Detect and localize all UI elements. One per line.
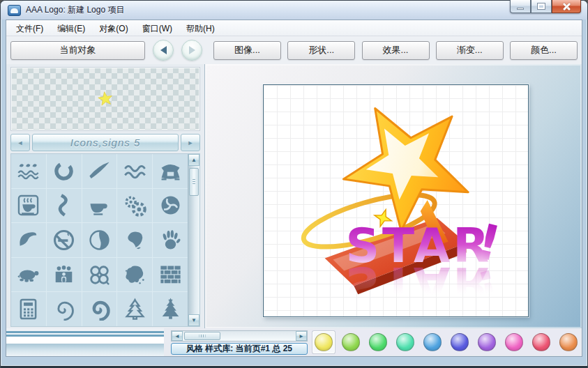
library-icon-s-curve[interactable] xyxy=(47,189,82,223)
window-controls xyxy=(510,0,581,13)
current-object-button[interactable]: 当前对象 xyxy=(10,41,145,60)
ring-icon xyxy=(52,160,75,183)
color-dot xyxy=(423,333,442,351)
menu-item-window[interactable]: 窗口(W) xyxy=(135,20,179,36)
library-icon-pine-outline[interactable] xyxy=(117,292,152,326)
palette-swatch-5[interactable] xyxy=(448,331,471,353)
library-icon-ring[interactable] xyxy=(47,154,82,188)
arrow-right-icon xyxy=(189,46,195,54)
palette-swatch-1[interactable] xyxy=(340,331,362,353)
palette-swatch-3[interactable] xyxy=(394,331,416,353)
handprint-icon xyxy=(159,229,182,252)
scroll-up-button[interactable]: ▲ xyxy=(188,154,199,166)
spiral-icon xyxy=(52,298,75,321)
prev-object-button[interactable] xyxy=(153,40,174,61)
library-icon-comma-wave[interactable] xyxy=(11,223,46,257)
no-smoking-icon xyxy=(52,229,75,252)
library-icon-calculator[interactable] xyxy=(11,292,46,326)
palette-swatch-4[interactable] xyxy=(421,331,444,353)
style-status: 风格 样式库: 当前页#1 总 25 xyxy=(171,343,308,355)
library-icon-pine-solid[interactable] xyxy=(153,292,188,326)
menu-item-help[interactable]: 帮助(H) xyxy=(179,20,222,36)
teacup-icon xyxy=(88,194,111,217)
bottom-bar: ◄ ► 风格 样式库: 当前页#1 总 25 xyxy=(6,328,582,356)
library-icon-coffee-sign[interactable] xyxy=(11,189,46,223)
color-dot xyxy=(478,333,496,351)
color-dot xyxy=(532,333,550,351)
spiral-bold-icon xyxy=(88,298,111,321)
window-title: AAA Logo: 新建 Logo 项目 xyxy=(26,4,124,16)
category-name[interactable]: Icons,signs 5 xyxy=(32,134,179,151)
library-icon-brick-wall[interactable] xyxy=(153,258,188,292)
palette-swatch-9[interactable] xyxy=(557,331,580,353)
icon-library: ▲ ▼ xyxy=(10,153,200,327)
style-scrollbar[interactable]: ◄ ► xyxy=(171,330,308,342)
library-icon-waves[interactable] xyxy=(117,154,152,188)
image-button[interactable]: 图像... xyxy=(213,41,281,60)
brick-wall-icon xyxy=(159,263,182,286)
content-area: ◄ Icons,signs 5 ► ▲ ▼ xyxy=(6,64,582,328)
maximize-button[interactable] xyxy=(531,0,552,13)
next-object-button[interactable] xyxy=(181,40,202,61)
library-icon-teacup[interactable] xyxy=(82,189,117,223)
page-right-button[interactable]: ► xyxy=(296,331,307,341)
library-icon-splatter[interactable] xyxy=(117,258,152,292)
palette-swatch-6[interactable] xyxy=(476,331,498,353)
shape-button[interactable]: 形状... xyxy=(287,41,355,60)
library-icon-turtle[interactable] xyxy=(11,258,46,292)
object-preview[interactable] xyxy=(10,67,200,131)
palette-swatch-7[interactable] xyxy=(503,331,525,353)
menu-item-edit[interactable]: 编辑(E) xyxy=(50,20,92,36)
library-icon-no-smoking[interactable] xyxy=(47,223,82,257)
color-dot xyxy=(369,333,387,351)
library-icon-bubbles-wave[interactable] xyxy=(11,154,46,188)
library-icon-swoosh[interactable] xyxy=(82,154,117,188)
chevron-right-icon: ► xyxy=(299,333,304,339)
color-button[interactable]: 颜色... xyxy=(510,41,578,60)
library-icon-podium-group[interactable] xyxy=(47,258,82,292)
close-icon xyxy=(563,3,571,10)
palette-swatch-2[interactable] xyxy=(367,331,389,353)
palette-swatch-0[interactable] xyxy=(312,331,335,353)
pine-solid-icon xyxy=(159,298,182,321)
library-icon-spiral[interactable] xyxy=(47,292,82,326)
library-scrollbar[interactable]: ▲ ▼ xyxy=(188,154,199,326)
logo-reflection: STAR ! xyxy=(345,256,506,316)
library-icon-spiral-bold[interactable] xyxy=(82,292,117,326)
title-bar[interactable]: AAA Logo: 新建 Logo 项目 xyxy=(1,1,587,20)
library-icon-handprint[interactable] xyxy=(153,223,188,257)
category-prev-button[interactable]: ◄ xyxy=(10,134,30,151)
category-selector: ◄ Icons,signs 5 ► xyxy=(10,134,200,151)
category-next-button[interactable]: ► xyxy=(181,134,200,151)
triangle-up-icon: ▲ xyxy=(191,157,197,163)
workspace: STAR ! STAR ! xyxy=(204,64,582,328)
close-button[interactable] xyxy=(552,0,581,13)
swoosh-icon xyxy=(88,160,111,183)
library-icon-earth[interactable] xyxy=(117,223,152,257)
chevron-right-icon: ► xyxy=(188,139,194,146)
library-icon-swirl-ball[interactable] xyxy=(153,189,188,223)
minimize-icon xyxy=(517,8,524,10)
library-icon-clover[interactable] xyxy=(82,258,117,292)
effect-button[interactable]: 效果... xyxy=(362,41,430,60)
comma-wave-icon xyxy=(17,229,40,252)
app-window: AAA Logo: 新建 Logo 项目 文件(F)编辑(E)对象(O)窗口(W… xyxy=(0,0,588,368)
scroll-down-button[interactable]: ▼ xyxy=(188,314,199,326)
chevron-left-icon: ◄ xyxy=(17,139,24,146)
podium-group-icon xyxy=(52,263,75,286)
toolbar: 当前对象 图像...形状...效果...渐变...颜色... xyxy=(6,36,582,64)
gradient-button[interactable]: 渐变... xyxy=(436,41,504,60)
library-icon-globe[interactable] xyxy=(82,223,117,257)
library-icon-telephone[interactable] xyxy=(153,154,188,188)
page-left-button[interactable]: ◄ xyxy=(172,331,183,341)
style-scroll-thumb[interactable] xyxy=(184,332,220,340)
menu-item-file[interactable]: 文件(F) xyxy=(9,20,50,36)
menu-item-object[interactable]: 对象(O) xyxy=(92,20,135,36)
minimize-button[interactable] xyxy=(510,0,531,13)
turtle-icon xyxy=(17,263,40,286)
palette-swatch-8[interactable] xyxy=(530,331,552,353)
library-icon-gears[interactable] xyxy=(117,189,152,223)
logo-canvas[interactable]: STAR ! STAR ! xyxy=(263,84,529,317)
color-palette xyxy=(310,330,580,355)
scroll-thumb[interactable] xyxy=(189,168,199,196)
